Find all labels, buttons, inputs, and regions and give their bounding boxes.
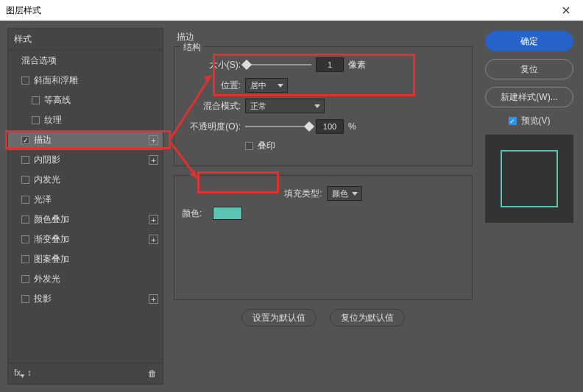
preview-toggle[interactable]: 预览(V) xyxy=(509,115,551,127)
dialog-title: 图层样式 xyxy=(6,4,41,17)
color-row: 颜色: xyxy=(182,207,464,220)
structure-legend: 结构 xyxy=(180,41,204,54)
position-label: 位置: xyxy=(182,79,241,92)
sidebar-item-label: 光泽 xyxy=(34,193,52,206)
color-label: 颜色: xyxy=(182,207,208,220)
reset-default-button[interactable]: 复位为默认值 xyxy=(330,309,405,327)
sidebar-item-4[interactable]: 内阴影+ xyxy=(8,150,163,170)
sidebar-item-7[interactable]: 颜色叠加+ xyxy=(8,210,163,229)
overprint-row: 叠印 xyxy=(182,140,464,152)
color-swatch[interactable] xyxy=(213,207,242,220)
blend-mode-select[interactable]: 正常 xyxy=(245,99,325,113)
sidebar-item-11[interactable]: 投影+ xyxy=(8,289,163,309)
style-checkbox[interactable] xyxy=(21,215,29,224)
sidebar-item-1[interactable]: 等高线 xyxy=(8,90,163,110)
preview-square xyxy=(501,150,558,207)
sidebar-item-label: 等高线 xyxy=(44,94,71,107)
fill-type-label: 填充类型: xyxy=(284,188,322,200)
sidebar-item-label: 投影 xyxy=(34,293,52,305)
opacity-input[interactable] xyxy=(316,119,344,134)
opacity-unit: % xyxy=(348,121,356,132)
style-checkbox[interactable] xyxy=(32,116,40,124)
preview-box xyxy=(485,135,573,223)
style-checkbox[interactable] xyxy=(21,76,29,85)
style-checkbox[interactable] xyxy=(21,295,29,303)
sidebar-item-label: 描边 xyxy=(34,134,52,146)
sidebar-item-6[interactable]: 光泽 xyxy=(8,190,163,210)
cancel-button[interactable]: 复位 xyxy=(485,59,573,79)
fill-fieldset: 填充类型: 颜色 颜色: xyxy=(174,175,473,300)
overprint-label: 叠印 xyxy=(258,140,275,152)
main-panel: 描边 结构 大小(S): 像素 位置: 居中 混合模式: 正常 不透明度(O xyxy=(168,28,478,385)
add-instance-button[interactable]: + xyxy=(149,155,158,165)
style-checkbox[interactable] xyxy=(21,176,29,184)
fx-menu[interactable]: fx▾ ↕ xyxy=(14,368,32,379)
sidebar-item-9[interactable]: 图案叠加 xyxy=(8,249,163,269)
sidebar-item-label: 内发光 xyxy=(34,174,60,186)
style-checkbox[interactable] xyxy=(32,96,40,104)
style-checkbox[interactable] xyxy=(21,196,29,204)
size-label: 大小(S): xyxy=(182,59,241,71)
sidebar-item-2[interactable]: 纹理 xyxy=(8,110,163,130)
opacity-label: 不透明度(O): xyxy=(182,121,241,133)
preview-checkbox[interactable] xyxy=(509,117,517,125)
style-checkbox[interactable] xyxy=(21,255,29,263)
sidebar-item-label: 图案叠加 xyxy=(34,253,69,266)
size-row: 大小(S): 像素 xyxy=(182,57,464,72)
sidebar-item-10[interactable]: 外发光 xyxy=(8,269,163,289)
sidebar-item-5[interactable]: 内发光 xyxy=(8,170,163,190)
opacity-row: 不透明度(O): % xyxy=(182,119,464,134)
add-instance-button[interactable]: + xyxy=(149,215,158,224)
sidebar-item-3[interactable]: 描边+ xyxy=(8,130,163,150)
panel-title: 描边 xyxy=(174,31,473,43)
preview-label: 预览(V) xyxy=(521,115,551,127)
set-default-button[interactable]: 设置为默认值 xyxy=(241,309,317,327)
new-style-button[interactable]: 新建样式(W)... xyxy=(485,87,573,107)
sidebar-item-0[interactable]: 斜面和浮雕 xyxy=(8,71,163,90)
position-row: 位置: 居中 xyxy=(182,78,464,93)
sidebar-item-8[interactable]: 渐变叠加+ xyxy=(8,229,163,249)
style-checkbox[interactable] xyxy=(21,275,29,283)
sidebar-item-label: 内阴影 xyxy=(34,154,60,166)
fill-type-row: 填充类型: 颜色 xyxy=(182,186,464,201)
blend-mode-label: 混合模式: xyxy=(182,100,241,113)
blend-mode-row: 混合模式: 正常 xyxy=(182,99,464,113)
overprint-checkbox[interactable] xyxy=(245,142,253,150)
ok-button[interactable]: 确定 xyxy=(485,31,573,51)
sidebar-item-label: 渐变叠加 xyxy=(34,233,69,246)
trash-icon[interactable]: 🗑 xyxy=(148,368,157,379)
size-unit: 像素 xyxy=(348,59,366,71)
opacity-slider[interactable] xyxy=(245,126,311,127)
size-slider[interactable] xyxy=(245,64,311,65)
close-button[interactable] xyxy=(555,0,577,21)
style-checkbox[interactable] xyxy=(21,235,29,243)
titlebar: 图层样式 xyxy=(0,0,583,21)
style-checkbox[interactable] xyxy=(21,136,29,144)
fill-type-select[interactable]: 颜色 xyxy=(327,186,362,201)
sidebar-header: 样式 xyxy=(8,29,163,51)
position-select[interactable]: 居中 xyxy=(245,78,288,93)
structure-fieldset: 结构 大小(S): 像素 位置: 居中 混合模式: 正常 不透明度(O): xyxy=(174,46,473,166)
add-instance-button[interactable]: + xyxy=(149,135,158,145)
sidebar-item-label: 外发光 xyxy=(34,273,60,285)
style-checkbox[interactable] xyxy=(21,156,29,164)
sidebar-item-label: 斜面和浮雕 xyxy=(34,74,78,87)
add-instance-button[interactable]: + xyxy=(149,235,158,244)
sidebar-blend-options[interactable]: 混合选项 xyxy=(8,51,163,71)
sidebar-footer: fx▾ ↕ 🗑 xyxy=(8,363,163,384)
sidebar-item-label: 纹理 xyxy=(44,114,62,126)
sidebar-item-label: 颜色叠加 xyxy=(34,213,69,226)
styles-sidebar: 样式 混合选项 斜面和浮雕等高线纹理描边+内阴影+内发光光泽颜色叠加+渐变叠加+… xyxy=(7,28,163,385)
action-column: 确定 复位 新建样式(W)... 预览(V) xyxy=(483,28,576,385)
add-instance-button[interactable]: + xyxy=(149,294,158,304)
size-input[interactable] xyxy=(316,57,344,72)
